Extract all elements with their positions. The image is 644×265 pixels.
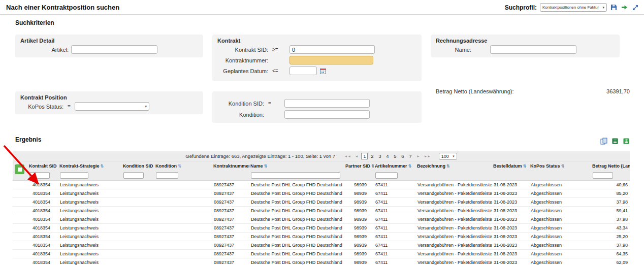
- sort-icon[interactable]: ⇅: [178, 163, 181, 169]
- kondition-input[interactable]: [284, 110, 370, 119]
- table-row[interactable]: 4018354Leistungsnachweis08927437Deutsche…: [13, 207, 630, 215]
- cell-kopos_status: Abgeschlossen: [529, 191, 591, 196]
- pagination-prev-button[interactable]: ◄: [354, 154, 359, 158]
- panel-kontrakt-position-title: Kontrakt Position: [20, 94, 67, 101]
- page-size-select[interactable]: 100 ▾: [439, 153, 457, 160]
- results-body: 4018354Leistungsnachweis08927437Deutsche…: [13, 181, 630, 265]
- suchprofil-select[interactable]: Kontraktpositionen ohne Faktur ▾: [540, 3, 607, 12]
- copy-button[interactable]: [600, 137, 607, 145]
- cell-partner_sid: 98939: [344, 251, 374, 256]
- geplantes-datum-input[interactable]: [289, 67, 317, 75]
- filter-input-kondition[interactable]: [156, 172, 178, 179]
- save-profile-button[interactable]: [610, 4, 618, 11]
- cell-kontrakt_sid: 4018354: [28, 208, 58, 213]
- filter-input-betrag[interactable]: [593, 172, 613, 179]
- sort-icon[interactable]: ⇅: [561, 163, 565, 169]
- filter-input-name[interactable]: [251, 172, 340, 179]
- kondition-label: Kondition:: [212, 112, 264, 118]
- cell-partner_sid: 98939: [344, 225, 374, 230]
- copy-icon: [600, 138, 607, 145]
- column-header-label: Bestelldatum: [493, 163, 522, 169]
- cell-name: Deutsche Post DHL Group FHD Deutschland: [249, 208, 344, 213]
- cell-partner_sid: 98939: [344, 208, 374, 213]
- column-header-strategie[interactable]: Kontrakt-Strategie⇅: [58, 161, 122, 171]
- column-header-bestelldatum[interactable]: Bestelldatum⇅: [492, 161, 529, 171]
- rechnungsadresse-name-input[interactable]: [490, 45, 576, 54]
- betrag-netto-value: 36391,70: [606, 88, 630, 94]
- pagination-first-button[interactable]: ◄◄: [343, 154, 352, 158]
- cell-bezeichnung: Versandgebühren - Paketdienstleister: [416, 243, 492, 248]
- column-header-kondition_sid[interactable]: Kondition SID⇅: [122, 161, 154, 171]
- sort-icon[interactable]: ⇅: [523, 163, 527, 169]
- kondition-sid-input[interactable]: [284, 99, 370, 108]
- cell-bezeichnung: Versandgebühren - Paketdienstleister: [416, 217, 492, 222]
- geplantes-datum-label: Geplantes Datum:: [212, 68, 268, 74]
- cell-kontraktnummer: 08927437: [212, 182, 249, 187]
- excel-export-all-icon: [623, 138, 630, 145]
- cell-kontrakt_sid: 4018354: [28, 260, 58, 265]
- sort-icon[interactable]: ⇅: [446, 163, 450, 169]
- filter-input-kondition_sid[interactable]: [123, 172, 144, 179]
- table-row[interactable]: 4018354Leistungsnachweis08927437Deutsche…: [13, 198, 630, 207]
- kondition-sid-label: Kondition SID:: [212, 101, 264, 107]
- chevron-down-icon: ▾: [602, 6, 604, 10]
- table-row[interactable]: 4018354Leistungsnachweis08927437Deutsche…: [13, 258, 630, 265]
- sort-icon[interactable]: ⇅: [408, 163, 412, 169]
- table-row[interactable]: 4018354Leistungsnachweis08927437Deutsche…: [13, 250, 630, 258]
- cell-kontraktnummer: 08927437: [212, 208, 249, 213]
- pagination-page-5[interactable]: 5: [392, 153, 398, 159]
- column-header-kopos_status[interactable]: KoPos Status⇅: [529, 161, 591, 171]
- column-header-partner_sid[interactable]: Partner SID⇅: [344, 161, 374, 171]
- pagination-page-3[interactable]: 3: [376, 153, 383, 159]
- column-header-label: Kondition SID: [123, 163, 153, 169]
- filter-input-kontrakt_sid[interactable]: [29, 172, 50, 179]
- cell-bestelldatum: 31-08-2023: [492, 182, 529, 187]
- column-header-artikelnummer[interactable]: Artikelnummer⇅: [374, 161, 416, 171]
- kontraktnummer-input[interactable]: [289, 56, 373, 64]
- cell-bezeichnung: Versandgebühren - Paketdienstleister: [416, 234, 492, 239]
- pagination-bar: Gefundene Einträge: 663, Angezeigte Eint…: [13, 151, 630, 161]
- table-row[interactable]: 4018354Leistungsnachweis08927437Deutsche…: [13, 233, 630, 241]
- cell-name: Deutsche Post DHL Group FHD Deutschland: [249, 200, 344, 205]
- pagination-next-button[interactable]: ►: [415, 154, 421, 158]
- pagination-page-4[interactable]: 4: [384, 153, 391, 159]
- apply-profile-button[interactable]: [621, 4, 628, 11]
- select-all-icon: [18, 168, 22, 172]
- excel-export-all-button[interactable]: [622, 137, 630, 145]
- geplantes-datum-operator: <=: [268, 68, 289, 74]
- expand-button[interactable]: [631, 4, 639, 11]
- pagination-page-7[interactable]: 7: [407, 153, 413, 159]
- column-filter-name: [249, 172, 344, 179]
- pagination-page-1[interactable]: 1: [361, 153, 368, 159]
- panel-rechnungsadresse-title: Rechnungsadresse: [436, 38, 487, 44]
- column-header-kondition[interactable]: Kondition⇅: [154, 161, 212, 171]
- kontrakt-sid-input[interactable]: [289, 45, 375, 54]
- column-header-name[interactable]: Name⇅: [249, 161, 344, 171]
- column-header-bezeichnung[interactable]: Bezeichnung⇅: [416, 161, 492, 171]
- panel-kondition: Kondition SID: = Kondition:: [212, 91, 422, 123]
- cell-name: Deutsche Post DHL Group FHD Deutschland: [249, 191, 344, 196]
- filter-input-artikelnummer[interactable]: [375, 172, 398, 179]
- sort-icon[interactable]: ⇅: [101, 163, 104, 169]
- table-row[interactable]: 4018354Leistungsnachweis08927437Deutsche…: [13, 241, 630, 250]
- table-row[interactable]: 4018354Leistungsnachweis08927437Deutsche…: [13, 224, 630, 233]
- calendar-button[interactable]: [320, 68, 326, 74]
- kopos-status-label: KoPos Status:: [15, 104, 63, 110]
- pagination-summary: Gefundene Einträge: 663, Angezeigte Eint…: [185, 153, 335, 159]
- artikel-input[interactable]: [71, 45, 157, 54]
- column-filter-betrag: [591, 172, 630, 179]
- cell-bestelldatum: 31-08-2023: [492, 200, 529, 205]
- table-row[interactable]: 4018354Leistungsnachweis08927437Deutsche…: [13, 215, 630, 224]
- cell-kontrakt_sid: 4018354: [28, 225, 58, 230]
- table-row[interactable]: 4018354Leistungsnachweis08927437Deutsche…: [13, 189, 630, 198]
- kopos-status-select[interactable]: ▾: [75, 102, 149, 111]
- pagination-page-2[interactable]: 2: [369, 153, 375, 159]
- pagination-last-button[interactable]: ►►: [423, 154, 432, 158]
- filter-input-strategie[interactable]: [60, 172, 88, 179]
- excel-export-button[interactable]: [611, 137, 619, 145]
- select-all-button[interactable]: [15, 164, 24, 174]
- pagination-page-6[interactable]: 6: [399, 153, 406, 159]
- table-row[interactable]: 4018354Leistungsnachweis08927437Deutsche…: [13, 181, 630, 189]
- sort-icon[interactable]: ⇅: [264, 163, 268, 169]
- cell-partner_sid: 98939: [344, 182, 374, 187]
